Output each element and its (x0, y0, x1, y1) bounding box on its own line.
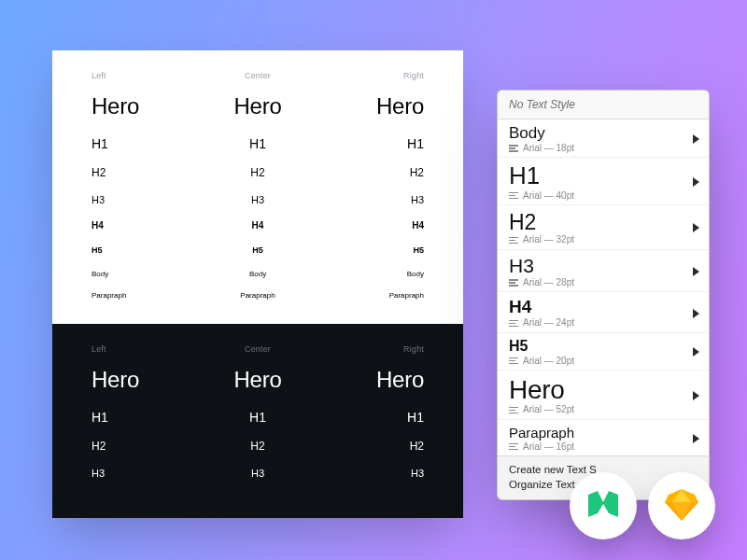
sample-paragraph: Parapraph (389, 291, 424, 300)
text-style-h2[interactable]: H2Arial — 32pt (498, 205, 709, 250)
light-section: Left Hero H1 H2 H3 H4 H5 Body Parapraph … (52, 50, 463, 324)
sample-h2: H2 (250, 440, 264, 453)
sample-h2: H2 (92, 440, 106, 453)
sample-h1: H1 (92, 136, 108, 151)
text-style-h1[interactable]: H1Arial — 40pt (498, 158, 709, 205)
style-name: H5 (509, 339, 574, 355)
align-left-icon (509, 279, 518, 287)
sketch-icon (663, 485, 700, 526)
style-name: Hero (509, 376, 574, 403)
text-style-hero[interactable]: HeroArial — 52pt (498, 371, 709, 420)
sample-h2: H2 (410, 166, 424, 179)
style-name: H3 (509, 256, 574, 276)
align-left-icon (509, 407, 518, 414)
text-style-h3[interactable]: H3Arial — 28pt (498, 250, 709, 293)
column-left: Left Hero H1 H2 H3 (92, 344, 203, 494)
style-meta: Arial — 18pt (509, 144, 574, 154)
sample-h2: H2 (410, 440, 424, 453)
chevron-right-icon (693, 267, 699, 276)
svg-marker-2 (665, 502, 698, 521)
sample-body: Body (249, 270, 266, 278)
align-left-icon (509, 192, 518, 200)
sample-hero: Hero (233, 367, 281, 393)
sample-h2: H2 (92, 166, 106, 179)
sample-h3: H3 (92, 194, 105, 205)
column-label: Right (403, 71, 424, 80)
chevron-right-icon (693, 434, 699, 443)
sketch-badge[interactable] (648, 472, 715, 539)
column-center: Center Hero H1 H2 H3 H4 H5 Body Paraprap… (203, 71, 314, 300)
column-left: Left Hero H1 H2 H3 H4 H5 Body Parapraph (92, 71, 203, 300)
sample-h3: H3 (251, 468, 264, 479)
style-name: Body (509, 125, 574, 142)
text-style-para[interactable]: ParapraphArial — 16pt (498, 420, 709, 456)
text-style-list: BodyArial — 18ptH1Arial — 40ptH2Arial — … (498, 119, 709, 456)
style-meta: Arial — 24pt (509, 318, 574, 329)
chevron-right-icon (693, 309, 699, 318)
chevron-right-icon (693, 347, 699, 357)
dark-section: Left Hero H1 H2 H3 Center Hero H1 H2 H3 … (52, 324, 463, 518)
sample-h3: H3 (251, 194, 264, 205)
sample-h2: H2 (250, 166, 264, 179)
sample-h4: H4 (92, 220, 104, 231)
sample-hero: Hero (376, 93, 424, 119)
sample-paragraph: Parapraph (92, 291, 126, 300)
sample-h4: H4 (252, 220, 264, 231)
style-meta: Arial — 16pt (509, 442, 574, 453)
sample-paragraph: Parapraph (240, 291, 275, 300)
style-name: Parapraph (509, 426, 574, 441)
chevron-right-icon (693, 223, 699, 232)
align-left-icon (509, 320, 518, 328)
sample-h3: H3 (411, 468, 424, 479)
align-left-icon (509, 237, 518, 245)
text-style-body[interactable]: BodyArial — 18pt (498, 119, 709, 158)
column-right: Right Hero H1 H2 H3 (313, 344, 424, 494)
align-left-icon (509, 357, 518, 365)
style-meta: Arial — 28pt (509, 278, 574, 288)
text-style-h4[interactable]: H4Arial — 24pt (498, 292, 709, 332)
sample-body: Body (407, 270, 424, 278)
sample-hero: Hero (233, 93, 281, 119)
text-style-panel: No Text Style BodyArial — 18ptH1Arial — … (497, 90, 710, 500)
sample-hero: Hero (92, 367, 139, 393)
sample-h1: H1 (92, 410, 108, 425)
text-style-h5[interactable]: H5Arial — 20pt (498, 333, 709, 371)
chevron-right-icon (693, 391, 699, 400)
sample-h1: H1 (407, 136, 424, 151)
style-meta: Arial — 40pt (509, 191, 574, 202)
typography-artboard: Left Hero H1 H2 H3 H4 H5 Body Parapraph … (52, 50, 463, 518)
sample-h1: H1 (249, 136, 266, 151)
sample-hero: Hero (92, 93, 139, 119)
style-name: H4 (509, 298, 574, 316)
column-label: Left (92, 344, 106, 354)
column-center: Center Hero H1 H2 H3 (203, 344, 314, 494)
sample-h1: H1 (407, 410, 424, 425)
sample-body: Body (92, 270, 108, 278)
column-label: Center (245, 71, 271, 80)
style-name: H2 (509, 211, 574, 233)
sample-h5: H5 (92, 245, 103, 255)
sample-h4: H4 (412, 220, 424, 231)
sample-h1: H1 (249, 410, 266, 425)
column-label: Center (245, 344, 271, 354)
style-meta: Arial — 20pt (509, 357, 574, 367)
panel-header: No Text Style (498, 91, 709, 119)
column-label: Right (403, 344, 424, 354)
style-meta: Arial — 32pt (509, 235, 574, 245)
column-label: Left (92, 71, 106, 80)
sample-h3: H3 (411, 194, 424, 205)
align-left-icon (509, 145, 518, 152)
sample-h5: H5 (252, 245, 263, 255)
sample-hero: Hero (376, 367, 424, 393)
sample-h3: H3 (92, 468, 105, 479)
column-right: Right Hero H1 H2 H3 H4 H5 Body Parapraph (313, 71, 424, 300)
sample-h5: H5 (414, 245, 425, 255)
align-left-icon (509, 443, 518, 451)
chevron-right-icon (693, 177, 699, 187)
style-name: H1 (509, 163, 574, 189)
style-meta: Arial — 52pt (509, 405, 574, 415)
chevron-right-icon (693, 134, 699, 144)
medium-icon (585, 485, 622, 526)
medium-badge[interactable] (570, 472, 637, 539)
